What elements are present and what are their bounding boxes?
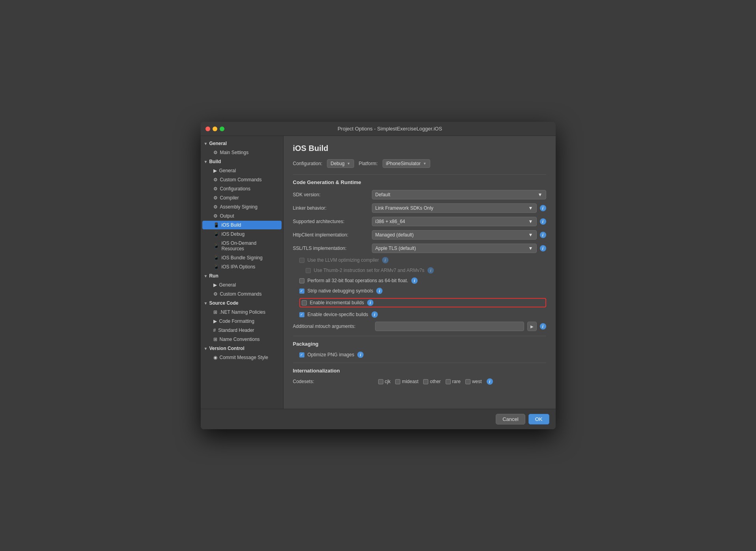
- linker-row: Linker behavior: Link Framework SDKs Onl…: [293, 203, 546, 213]
- float-info-button[interactable]: i: [411, 277, 418, 284]
- sidebar-item-label: .NET Naming Policies: [220, 309, 265, 315]
- sidebar-item-label: Name Conventions: [220, 337, 260, 342]
- window-title: Project Options - SimplestExerciseLogger…: [229, 126, 551, 132]
- sidebar-item-configurations[interactable]: ⚙ Configurations: [202, 184, 282, 193]
- strip-info-button[interactable]: i: [376, 288, 383, 294]
- incremental-info-button[interactable]: i: [367, 300, 373, 306]
- config-dropdown[interactable]: Debug ▼: [327, 159, 354, 168]
- ssl-info-button[interactable]: i: [540, 245, 546, 251]
- codeset-other-checkbox[interactable]: [423, 379, 428, 384]
- platform-value: iPhoneSimulator: [386, 161, 421, 166]
- arch-value: i386 + x86_64: [375, 219, 405, 224]
- arch-dropdown[interactable]: i386 + x86_64 ▼: [372, 217, 537, 226]
- minimize-button[interactable]: [213, 127, 217, 131]
- sidebar-item-ios-ipa-options[interactable]: 📱 iOS IPA Options: [202, 262, 282, 271]
- sidebar-section-general[interactable]: ▼ General: [201, 139, 283, 148]
- codeset-cjk-checkbox[interactable]: [378, 379, 383, 384]
- codeset-mideast-checkbox[interactable]: [395, 379, 400, 384]
- thumb-checkbox[interactable]: [306, 268, 311, 273]
- platform-dropdown[interactable]: iPhoneSimulator ▼: [383, 159, 430, 168]
- circle-icon: ◉: [213, 355, 217, 360]
- sidebar-item-assembly-signing[interactable]: ⚙ Assembly Signing: [202, 203, 282, 211]
- chevron-down-icon: ▼: [347, 162, 351, 166]
- linker-dropdown[interactable]: Link Framework SDKs Only ▼: [372, 203, 537, 213]
- httpclient-info-button[interactable]: i: [540, 232, 546, 238]
- sidebar-item-output[interactable]: ⚙ Output: [202, 212, 282, 220]
- strip-checkbox[interactable]: [299, 289, 304, 294]
- arrow-icon: ▶: [213, 168, 217, 173]
- sidebar-item-name-conventions[interactable]: ⊞ Name Conventions: [202, 335, 282, 344]
- section-arrow-source: ▼: [204, 301, 208, 305]
- device-specific-info-button[interactable]: i: [371, 311, 378, 318]
- sidebar-item-ios-bundle-signing[interactable]: 📱 iOS Bundle Signing: [202, 253, 282, 262]
- gear-icon: ⚙: [213, 204, 218, 210]
- strip-label: Strip native debugging symbols: [308, 288, 373, 294]
- ok-button[interactable]: OK: [528, 414, 549, 424]
- arch-control: i386 + x86_64 ▼ i: [372, 217, 546, 226]
- device-specific-checkbox[interactable]: [299, 312, 304, 317]
- sidebar-item-run-general[interactable]: ▶ General: [202, 281, 282, 289]
- sdk-control: Default ▼: [372, 190, 546, 199]
- sidebar-item-main-settings[interactable]: ⚙ Main Settings: [202, 148, 282, 157]
- sidebar-item-compiler[interactable]: ⚙ Compiler: [202, 194, 282, 202]
- sidebar-item-commit-message[interactable]: ◉ Commit Message Style: [202, 353, 282, 362]
- chevron-down-icon: ▼: [528, 246, 533, 251]
- device-icon: 📱: [213, 264, 219, 270]
- llvm-checkbox[interactable]: [299, 258, 304, 263]
- httpclient-dropdown[interactable]: Managed (default) ▼: [372, 230, 537, 240]
- sidebar-section-source-code[interactable]: ▼ Source Code: [201, 299, 283, 307]
- linker-control: Link Framework SDKs Only ▼ i: [372, 203, 546, 213]
- sidebar-item-ios-on-demand[interactable]: 📱 iOS On-Demand Resources: [202, 239, 282, 253]
- codeset-west-checkbox[interactable]: [465, 379, 470, 384]
- linker-label: Linker behavior:: [293, 205, 372, 211]
- maximize-button[interactable]: [220, 127, 224, 131]
- png-checkbox[interactable]: [299, 352, 304, 357]
- device-icon: 📱: [213, 222, 219, 228]
- chevron-down-icon: ▼: [423, 162, 427, 166]
- close-button[interactable]: [205, 127, 210, 131]
- float-checkbox[interactable]: [299, 278, 304, 283]
- mtouch-expand-button[interactable]: ▶: [527, 322, 537, 331]
- cancel-button[interactable]: Cancel: [496, 414, 525, 424]
- config-label: Configuration:: [293, 161, 323, 166]
- thumb-info-button[interactable]: i: [427, 267, 434, 274]
- sidebar-item-run-custom-commands[interactable]: ⚙ Custom Commands: [202, 290, 282, 298]
- llvm-info-button[interactable]: i: [382, 257, 388, 263]
- main-content: ▼ General ⚙ Main Settings ▼ Build ▶ Gene…: [201, 136, 556, 409]
- sidebar-item-ios-debug[interactable]: 📱 iOS Debug: [202, 230, 282, 238]
- sidebar-item-code-formatting[interactable]: ▶ Code Formatting: [202, 317, 282, 326]
- incremental-checkbox[interactable]: [302, 300, 307, 305]
- chevron-down-icon: ▼: [528, 205, 533, 211]
- sdk-dropdown[interactable]: Default ▼: [372, 190, 546, 199]
- codeset-rare-checkbox[interactable]: [446, 379, 451, 384]
- codesets-container: cjk mideast other rare: [372, 378, 493, 385]
- sidebar-item-net-naming[interactable]: ⊞ .NET Naming Policies: [202, 308, 282, 316]
- ssl-row: SSL/TLS implementation: Apple TLS (defau…: [293, 244, 546, 253]
- sidebar-item-custom-commands[interactable]: ⚙ Custom Commands: [202, 175, 282, 184]
- right-panel: iOS Build Configuration: Debug ▼ Platfor…: [284, 136, 556, 409]
- gear-icon: ⚙: [213, 291, 218, 297]
- sidebar-section-build[interactable]: ▼ Build: [201, 157, 283, 166]
- mtouch-input[interactable]: [375, 322, 524, 331]
- sdk-label: SDK version:: [293, 192, 372, 197]
- traffic-lights: [205, 127, 224, 131]
- chevron-down-icon: ▼: [538, 192, 543, 197]
- ssl-dropdown[interactable]: Apple TLS (default) ▼: [372, 244, 537, 253]
- sidebar-section-version-control[interactable]: ▼ Version Control: [201, 344, 283, 353]
- sidebar-item-standard-header[interactable]: # Standard Header: [202, 326, 282, 335]
- arch-info-button[interactable]: i: [540, 218, 546, 225]
- sidebar-item-label: iOS IPA Options: [222, 264, 256, 270]
- sidebar-item-build-general[interactable]: ▶ General: [202, 166, 282, 175]
- sidebar-item-ios-build[interactable]: 📱 iOS Build: [202, 221, 282, 229]
- codesets-info-button[interactable]: i: [487, 378, 493, 385]
- png-info-button[interactable]: i: [357, 352, 364, 358]
- chevron-down-icon: ▼: [528, 219, 533, 224]
- sidebar-item-label: Standard Header: [218, 328, 254, 333]
- codeset-cjk-label: cjk: [385, 379, 391, 384]
- sidebar-section-run[interactable]: ▼ Run: [201, 272, 283, 280]
- mtouch-info-button[interactable]: i: [540, 323, 546, 329]
- linker-info-button[interactable]: i: [540, 205, 546, 211]
- llvm-row: Use the LLVM optimizing compiler i: [293, 257, 546, 263]
- gear-icon: ⚙: [213, 150, 218, 155]
- incremental-highlighted-row: Enable incremental builds i: [299, 298, 546, 307]
